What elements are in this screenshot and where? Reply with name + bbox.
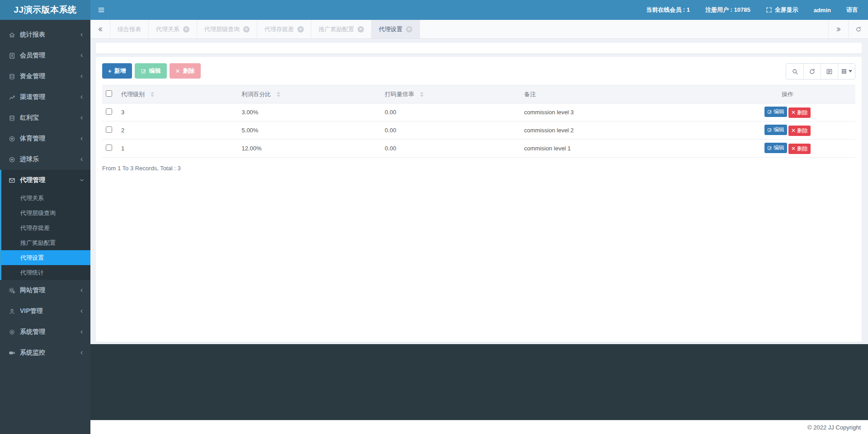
table-row: 1 12.00% 0.00 commision level 1 编辑✕删除 xyxy=(102,140,855,158)
x-icon: ✕ xyxy=(791,145,796,152)
sidebar-item-agent-level-query[interactable]: 代理层级查询 xyxy=(1,205,90,220)
registered-users-count: 注册用户 : 10785 xyxy=(705,6,750,14)
tabs-refresh-button[interactable] xyxy=(848,20,868,38)
content-area: + 新增 编辑 ✕ 删除 xyxy=(90,39,868,344)
delete-button[interactable]: ✕ 删除 xyxy=(170,63,201,79)
sidebar-item-channel-management[interactable]: 渠道管理 xyxy=(0,87,90,107)
sidebar-item-bonus-treasure[interactable]: 红利宝 xyxy=(0,107,90,128)
chevron-left-icon xyxy=(80,33,84,37)
chevron-down-icon xyxy=(80,178,84,182)
pencil-square-icon xyxy=(767,109,772,114)
column-header-actions: 操作 xyxy=(720,85,855,103)
tabs-scroll-left-button[interactable] xyxy=(90,20,110,38)
tab-close-icon[interactable]: ✕ xyxy=(243,26,250,33)
x-icon: ✕ xyxy=(791,109,796,116)
chevron-left-icon xyxy=(80,136,84,141)
row-delete-button[interactable]: ✕删除 xyxy=(788,107,811,118)
row-edit-button[interactable]: 编辑 xyxy=(764,107,787,117)
main-area: 综合报表 代理关系 ✕ 代理层级查询 ✕ 代理存提差 ✕ 推广奖励配置 ✕ 代理… xyxy=(90,20,868,434)
pencil-square-icon xyxy=(141,68,146,74)
toggle-view-button[interactable] xyxy=(821,64,838,79)
row-delete-button[interactable]: ✕删除 xyxy=(788,144,811,154)
table-header-row: 代理级别 利润百分比 打码量倍率 备注 xyxy=(102,85,855,103)
sidebar-item-stats-reports[interactable]: 统计报表 xyxy=(0,24,90,45)
sidebar-toggle-button[interactable] xyxy=(90,0,112,20)
sidebar-item-member-management[interactable]: 会员管理 xyxy=(0,45,90,66)
hamburger-icon xyxy=(98,6,105,14)
tab-agent-deposit-withdraw-diff[interactable]: 代理存提差 ✕ xyxy=(257,20,311,38)
cell-profit-percent: 5.00% xyxy=(238,121,382,140)
chart-line-icon xyxy=(8,94,16,101)
grid-columns-icon xyxy=(841,68,847,75)
language-menu[interactable]: 语言 xyxy=(846,6,858,14)
sidebar-item-agent-management[interactable]: 代理管理 xyxy=(1,170,90,191)
tab-agent-settings[interactable]: 代理设置 ✕ xyxy=(372,20,420,38)
sidebar-item-promo-reward-config[interactable]: 推广奖励配置 xyxy=(1,235,90,250)
sidebar-group-agent-management: 代理管理 代理关系 代理层级查询 代理存提差 推广奖励配置 代理设置 代理统计 xyxy=(0,170,90,280)
agent-levels-table: 代理级别 利润百分比 打码量倍率 备注 xyxy=(102,85,855,158)
edit-button[interactable]: 编辑 xyxy=(135,63,167,79)
caret-down-icon xyxy=(849,70,852,73)
tab-promo-reward-config[interactable]: 推广奖励配置 ✕ xyxy=(311,20,372,38)
pencil-square-icon xyxy=(767,127,772,132)
chevron-left-icon xyxy=(80,157,84,162)
panel-top-strip xyxy=(96,43,862,53)
cell-remark: commision level 1 xyxy=(520,140,720,158)
row-edit-button[interactable]: 编辑 xyxy=(764,143,787,153)
sidebar-item-agent-statistics[interactable]: 代理统计 xyxy=(1,265,90,280)
x-icon: ✕ xyxy=(175,68,180,75)
tab-close-icon[interactable]: ✕ xyxy=(297,26,304,33)
row-checkbox[interactable] xyxy=(106,108,112,115)
sidebar-item-sports-management[interactable]: 体育管理 xyxy=(0,128,90,149)
cell-remark: commission level 2 xyxy=(520,121,720,140)
cell-rollover: 0.00 xyxy=(381,121,520,140)
column-header-rollover-multiplier[interactable]: 打码量倍率 xyxy=(381,85,520,103)
user-menu[interactable]: admin xyxy=(814,7,831,14)
pencil-square-icon xyxy=(767,145,772,150)
chevron-left-icon xyxy=(80,330,84,334)
search-button[interactable] xyxy=(786,64,803,79)
tab-close-icon[interactable]: ✕ xyxy=(358,26,364,33)
chevron-left-icon xyxy=(80,288,84,293)
tabs-scroll-right-button[interactable] xyxy=(828,20,848,38)
database-icon xyxy=(8,115,16,121)
tab-agent-level-query[interactable]: 代理层级查询 ✕ xyxy=(197,20,257,38)
cell-rollover: 0.00 xyxy=(381,140,520,158)
column-header-agent-level[interactable]: 代理级别 xyxy=(118,85,238,103)
sidebar-item-agent-deposit-withdraw-diff[interactable]: 代理存提差 xyxy=(1,220,90,235)
sidebar-item-goal-fun[interactable]: 进球乐 xyxy=(0,149,90,170)
column-header-remark: 备注 xyxy=(520,85,720,103)
table-row: 2 5.00% 0.00 commission level 2 编辑✕删除 xyxy=(102,121,855,140)
sidebar-item-system-management[interactable]: 系统管理 xyxy=(0,322,90,342)
refresh-button[interactable] xyxy=(803,64,821,79)
agent-settings-panel: + 新增 编辑 ✕ 删除 xyxy=(96,57,862,342)
sidebar-item-funds-management[interactable]: 资金管理 xyxy=(0,66,90,87)
row-checkbox[interactable] xyxy=(106,145,112,151)
chevron-left-icon xyxy=(80,95,84,99)
row-delete-button[interactable]: ✕删除 xyxy=(788,126,811,136)
row-edit-button[interactable]: 编辑 xyxy=(764,125,787,135)
row-checkbox[interactable] xyxy=(106,126,112,133)
refresh-icon xyxy=(809,68,816,75)
chevron-left-icon xyxy=(80,309,84,313)
add-button[interactable]: + 新增 xyxy=(102,63,132,79)
page-footer: © 2022 JJ Copyright xyxy=(90,420,868,434)
tab-close-icon[interactable]: ✕ xyxy=(406,26,412,33)
tab-close-icon[interactable]: ✕ xyxy=(183,26,189,33)
sidebar-item-system-monitor[interactable]: 系统监控 xyxy=(0,342,90,363)
envelope-icon xyxy=(8,177,16,184)
columns-button[interactable] xyxy=(838,64,855,79)
brand-title: JJ演示版本系统 xyxy=(0,0,90,20)
fullscreen-icon xyxy=(766,7,772,13)
sidebar-item-agent-settings[interactable]: 代理设置 xyxy=(1,250,90,265)
column-header-profit-percent[interactable]: 利润百分比 xyxy=(238,85,382,103)
select-all-checkbox[interactable] xyxy=(106,90,112,97)
tab-agent-relation[interactable]: 代理关系 ✕ xyxy=(149,20,197,38)
sidebar-item-agent-relation[interactable]: 代理关系 xyxy=(1,191,90,205)
sidebar-item-vip-management[interactable]: VIP管理 xyxy=(0,301,90,322)
chevron-left-icon xyxy=(80,350,84,355)
fullscreen-button[interactable]: 全屏显示 xyxy=(766,6,798,14)
sidebar-item-website-management[interactable]: 网站管理 xyxy=(0,280,90,301)
tab-summary-report[interactable]: 综合报表 xyxy=(110,20,149,38)
records-summary: From 1 To 3 Records, Total : 3 xyxy=(102,165,855,172)
